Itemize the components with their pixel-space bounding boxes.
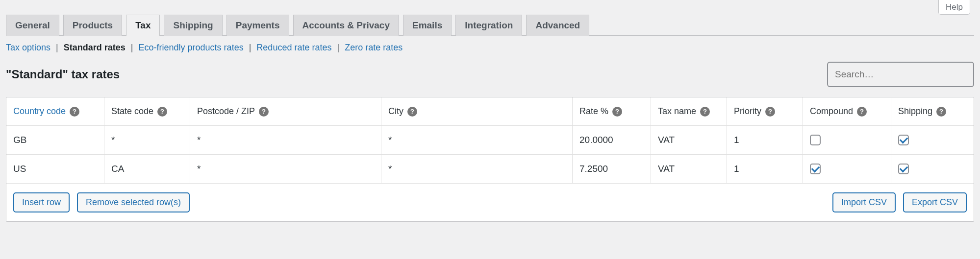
help-icon[interactable]: ? <box>259 107 269 117</box>
search-input[interactable] <box>827 62 974 87</box>
help-icon[interactable]: ? <box>936 107 946 117</box>
col-priority: Priority? <box>727 97 803 125</box>
subnav-tax-options[interactable]: Tax options <box>6 43 50 52</box>
separator: | <box>131 43 133 52</box>
cell-country[interactable]: US <box>6 155 104 183</box>
import-csv-button[interactable]: Import CSV <box>832 192 896 212</box>
subnav-eco-rates[interactable]: Eco-friendly products rates <box>139 43 244 52</box>
help-button[interactable]: Help <box>938 0 970 15</box>
separator: | <box>337 43 339 52</box>
cell-rate[interactable]: 7.2500 <box>573 155 651 183</box>
separator: | <box>56 43 58 52</box>
checkbox-shipping[interactable] <box>898 164 909 174</box>
page-title: "Standard" tax rates <box>6 68 120 81</box>
col-compound: Compound? <box>803 97 891 125</box>
table-row[interactable]: GB * * * 20.0000 VAT 1 <box>6 125 974 154</box>
col-state: State code? <box>104 97 190 125</box>
col-tax-name: Tax name? <box>651 97 727 125</box>
tax-rates-table: Country code? State code? Postcode / ZIP… <box>6 97 974 222</box>
checkbox-shipping[interactable] <box>898 135 909 145</box>
cell-tax-name[interactable]: VAT <box>651 155 727 183</box>
table-footer: Insert row Remove selected row(s) Import… <box>6 183 974 221</box>
help-icon[interactable]: ? <box>765 107 775 117</box>
tab-advanced[interactable]: Advanced <box>526 15 589 36</box>
help-icon[interactable]: ? <box>612 107 622 117</box>
cell-priority[interactable]: 1 <box>727 126 803 154</box>
cell-postcode[interactable]: * <box>190 155 381 183</box>
checkbox-compound[interactable] <box>810 164 821 174</box>
checkbox-compound[interactable] <box>810 135 821 145</box>
help-icon[interactable]: ? <box>857 107 867 117</box>
sub-nav: Tax options | Standard rates | Eco-frien… <box>6 43 974 53</box>
tab-integration[interactable]: Integration <box>455 15 522 36</box>
col-country[interactable]: Country code? <box>6 97 104 125</box>
cell-state[interactable]: CA <box>104 155 190 183</box>
help-icon[interactable]: ? <box>70 107 79 117</box>
cell-tax-name[interactable]: VAT <box>651 126 727 154</box>
cell-shipping[interactable] <box>891 155 974 183</box>
cell-priority[interactable]: 1 <box>727 155 803 183</box>
table-header-row: Country code? State code? Postcode / ZIP… <box>6 97 974 125</box>
cell-city[interactable]: * <box>381 155 573 183</box>
help-icon[interactable]: ? <box>407 107 417 117</box>
col-city: City? <box>381 97 573 125</box>
subnav-standard-rates[interactable]: Standard rates <box>64 43 126 52</box>
insert-row-button[interactable]: Insert row <box>13 192 70 212</box>
cell-state[interactable]: * <box>104 126 190 154</box>
tab-emails[interactable]: Emails <box>403 15 452 36</box>
settings-tabs: General Products Tax Shipping Payments A… <box>6 15 974 36</box>
subnav-reduced-rates[interactable]: Reduced rate rates <box>256 43 331 52</box>
tab-tax[interactable]: Tax <box>126 15 160 36</box>
remove-rows-button[interactable]: Remove selected row(s) <box>77 192 190 212</box>
export-csv-button[interactable]: Export CSV <box>903 192 967 212</box>
tab-general[interactable]: General <box>6 15 59 36</box>
tab-shipping[interactable]: Shipping <box>164 15 222 36</box>
col-shipping: Shipping? <box>891 97 974 125</box>
tab-accounts[interactable]: Accounts & Privacy <box>293 15 399 36</box>
cell-country[interactable]: GB <box>6 126 104 154</box>
col-rate: Rate %? <box>573 97 651 125</box>
cell-shipping[interactable] <box>891 126 974 154</box>
table-row[interactable]: US CA * * 7.2500 VAT 1 <box>6 154 974 183</box>
cell-postcode[interactable]: * <box>190 126 381 154</box>
subnav-zero-rates[interactable]: Zero rate rates <box>345 43 402 52</box>
cell-city[interactable]: * <box>381 126 573 154</box>
help-icon[interactable]: ? <box>700 107 710 117</box>
cell-compound[interactable] <box>803 155 891 183</box>
separator: | <box>249 43 251 52</box>
help-icon[interactable]: ? <box>157 107 167 117</box>
tab-products[interactable]: Products <box>63 15 122 36</box>
cell-rate[interactable]: 20.0000 <box>573 126 651 154</box>
col-postcode: Postcode / ZIP? <box>190 97 381 125</box>
tab-payments[interactable]: Payments <box>226 15 289 36</box>
cell-compound[interactable] <box>803 126 891 154</box>
